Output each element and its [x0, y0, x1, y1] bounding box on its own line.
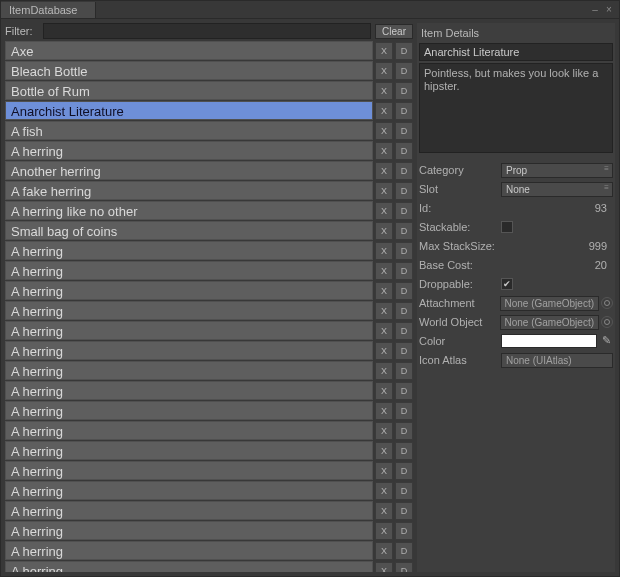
- delete-button[interactable]: X: [375, 502, 393, 520]
- duplicate-button[interactable]: D: [395, 142, 413, 160]
- list-item[interactable]: A herringXD: [5, 381, 413, 400]
- duplicate-button[interactable]: D: [395, 62, 413, 80]
- duplicate-button[interactable]: D: [395, 462, 413, 480]
- delete-button[interactable]: X: [375, 102, 393, 120]
- delete-button[interactable]: X: [375, 162, 393, 180]
- duplicate-button[interactable]: D: [395, 182, 413, 200]
- duplicate-button[interactable]: D: [395, 242, 413, 260]
- delete-button[interactable]: X: [375, 222, 393, 240]
- minimize-icon[interactable]: –: [589, 4, 601, 16]
- duplicate-button[interactable]: D: [395, 422, 413, 440]
- duplicate-button[interactable]: D: [395, 542, 413, 560]
- delete-button[interactable]: X: [375, 282, 393, 300]
- list-item[interactable]: A herringXD: [5, 501, 413, 520]
- stackable-checkbox[interactable]: [501, 221, 513, 233]
- droppable-checkbox[interactable]: ✔: [501, 278, 513, 290]
- list-item[interactable]: Bleach BottleXD: [5, 61, 413, 80]
- delete-button[interactable]: X: [375, 262, 393, 280]
- object-picker-icon[interactable]: [601, 297, 613, 309]
- category-dropdown[interactable]: Prop: [501, 163, 613, 178]
- eyedropper-icon[interactable]: ✎: [599, 334, 613, 348]
- item-description-field[interactable]: Pointless, but makes you look like a hip…: [419, 63, 613, 153]
- list-item[interactable]: A herringXD: [5, 541, 413, 560]
- list-item[interactable]: A herringXD: [5, 481, 413, 500]
- duplicate-button[interactable]: D: [395, 42, 413, 60]
- list-item[interactable]: A herringXD: [5, 301, 413, 320]
- delete-button[interactable]: X: [375, 562, 393, 573]
- list-item[interactable]: AxeXD: [5, 41, 413, 60]
- item-name-field[interactable]: Anarchist Literature: [419, 43, 613, 61]
- worldobj-field[interactable]: None (GameObject): [500, 315, 599, 330]
- duplicate-button[interactable]: D: [395, 442, 413, 460]
- list-item[interactable]: A herringXD: [5, 441, 413, 460]
- duplicate-button[interactable]: D: [395, 502, 413, 520]
- duplicate-button[interactable]: D: [395, 382, 413, 400]
- list-item[interactable]: Another herringXD: [5, 161, 413, 180]
- list-item[interactable]: A herring like no otherXD: [5, 201, 413, 220]
- list-item[interactable]: A herringXD: [5, 521, 413, 540]
- filter-input[interactable]: [43, 23, 371, 39]
- delete-button[interactable]: X: [375, 382, 393, 400]
- duplicate-button[interactable]: D: [395, 102, 413, 120]
- list-item[interactable]: A herringXD: [5, 561, 413, 572]
- list-item[interactable]: A herringXD: [5, 141, 413, 160]
- object-picker-icon[interactable]: [601, 316, 613, 328]
- duplicate-button[interactable]: D: [395, 342, 413, 360]
- delete-button[interactable]: X: [375, 482, 393, 500]
- delete-button[interactable]: X: [375, 42, 393, 60]
- duplicate-button[interactable]: D: [395, 162, 413, 180]
- delete-button[interactable]: X: [375, 462, 393, 480]
- duplicate-button[interactable]: D: [395, 402, 413, 420]
- list-item[interactable]: A herringXD: [5, 281, 413, 300]
- duplicate-button[interactable]: D: [395, 262, 413, 280]
- list-item[interactable]: Small bag of coinsXD: [5, 221, 413, 240]
- duplicate-button[interactable]: D: [395, 482, 413, 500]
- window-tab[interactable]: ItemDatabase: [1, 2, 96, 18]
- delete-button[interactable]: X: [375, 242, 393, 260]
- delete-button[interactable]: X: [375, 362, 393, 380]
- duplicate-button[interactable]: D: [395, 562, 413, 573]
- duplicate-button[interactable]: D: [395, 82, 413, 100]
- delete-button[interactable]: X: [375, 182, 393, 200]
- iconatlas-field[interactable]: None (UIAtlas): [501, 353, 613, 368]
- list-item[interactable]: A herringXD: [5, 361, 413, 380]
- delete-button[interactable]: X: [375, 62, 393, 80]
- attachment-field[interactable]: None (GameObject): [500, 296, 599, 311]
- list-item[interactable]: A herringXD: [5, 261, 413, 280]
- clear-button[interactable]: Clear: [375, 24, 413, 39]
- duplicate-button[interactable]: D: [395, 122, 413, 140]
- basecost-value[interactable]: 20: [501, 259, 613, 271]
- list-item[interactable]: A herringXD: [5, 341, 413, 360]
- delete-button[interactable]: X: [375, 542, 393, 560]
- maxstack-value[interactable]: 999: [501, 240, 613, 252]
- delete-button[interactable]: X: [375, 142, 393, 160]
- list-item[interactable]: A fishXD: [5, 121, 413, 140]
- list-item[interactable]: A herringXD: [5, 461, 413, 480]
- delete-button[interactable]: X: [375, 442, 393, 460]
- duplicate-button[interactable]: D: [395, 522, 413, 540]
- list-item[interactable]: Anarchist LiteratureXD: [5, 101, 413, 120]
- color-swatch[interactable]: [501, 334, 597, 348]
- list-item[interactable]: Bottle of RumXD: [5, 81, 413, 100]
- delete-button[interactable]: X: [375, 322, 393, 340]
- slot-dropdown[interactable]: None: [501, 182, 613, 197]
- delete-button[interactable]: X: [375, 122, 393, 140]
- list-item[interactable]: A herringXD: [5, 401, 413, 420]
- list-item[interactable]: A fake herringXD: [5, 181, 413, 200]
- duplicate-button[interactable]: D: [395, 282, 413, 300]
- delete-button[interactable]: X: [375, 342, 393, 360]
- delete-button[interactable]: X: [375, 422, 393, 440]
- delete-button[interactable]: X: [375, 202, 393, 220]
- list-item[interactable]: A herringXD: [5, 241, 413, 260]
- close-icon[interactable]: ×: [603, 4, 615, 16]
- delete-button[interactable]: X: [375, 302, 393, 320]
- delete-button[interactable]: X: [375, 82, 393, 100]
- duplicate-button[interactable]: D: [395, 202, 413, 220]
- duplicate-button[interactable]: D: [395, 362, 413, 380]
- delete-button[interactable]: X: [375, 402, 393, 420]
- list-item[interactable]: A herringXD: [5, 321, 413, 340]
- duplicate-button[interactable]: D: [395, 222, 413, 240]
- list-item[interactable]: A herringXD: [5, 421, 413, 440]
- duplicate-button[interactable]: D: [395, 322, 413, 340]
- delete-button[interactable]: X: [375, 522, 393, 540]
